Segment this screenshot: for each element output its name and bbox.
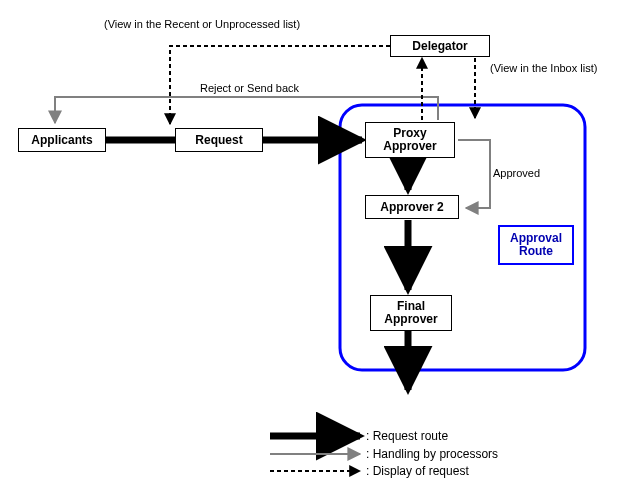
legend-request-route: : Request route xyxy=(366,429,448,443)
label: Approver 2 xyxy=(380,200,443,214)
edge-label-reject: Reject or Send back xyxy=(200,82,299,94)
edge-label-view-inbox: (View in the Inbox list) xyxy=(490,62,597,74)
label: Applicants xyxy=(31,133,92,147)
legend-handling: : Handling by processors xyxy=(366,447,498,461)
edge-label-view-recent: (View in the Recent or Unprocessed list) xyxy=(104,18,300,30)
label: Delegator xyxy=(412,39,467,53)
node-applicants: Applicants xyxy=(18,128,106,152)
node-approver-2: Approver 2 xyxy=(365,195,459,219)
node-approval-route: Approval Route xyxy=(498,225,574,265)
label: Final Approver xyxy=(375,300,447,326)
node-request: Request xyxy=(175,128,263,152)
label: Proxy Approver xyxy=(370,127,450,153)
node-proxy-approver: Proxy Approver xyxy=(365,122,455,158)
label: Request xyxy=(195,133,242,147)
node-final-approver: Final Approver xyxy=(370,295,452,331)
label: Approval Route xyxy=(504,232,568,258)
edge-label-approved: Approved xyxy=(493,167,540,179)
node-delegator: Delegator xyxy=(390,35,490,57)
legend-display: : Display of request xyxy=(366,464,469,478)
